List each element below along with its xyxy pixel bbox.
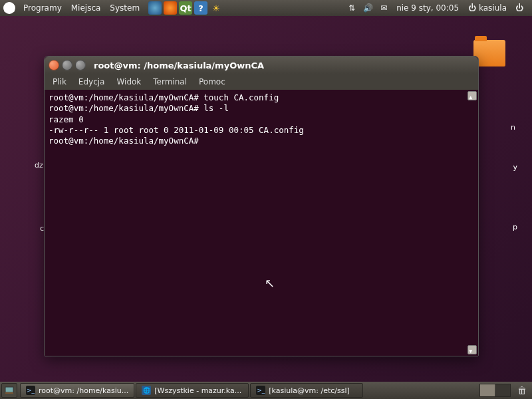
scroll-down-button[interactable]: ▾ (467, 345, 477, 354)
terminal-icon: >_ (26, 386, 35, 395)
terminal-line: root@vm:/home/kasiula/myOwnCA# (49, 136, 203, 146)
bottom-panel: >_ root@vm: /home/kasiu... 🌐 [Wszystkie … (0, 382, 532, 399)
terminal-line: razem 0 (49, 114, 84, 124)
terminal-window: root@vm: /home/kasiula/myOwnCA Plik Edyc… (44, 56, 479, 356)
menu-view[interactable]: Widok (111, 76, 146, 88)
mail-icon[interactable]: ✉ (378, 2, 390, 14)
desktop-label: y (513, 163, 517, 172)
quick-launch: Qt ? ☀ (148, 1, 223, 15)
system-tray: ⇅ 🔊 ✉ nie 9 sty, 00:05 ⏻ kasiula ⏻ (344, 2, 529, 14)
power-icon: ⏻ (468, 3, 476, 13)
taskbar-item-label: [Wszystkie - mazur.ka... (154, 386, 241, 395)
desktop-label: dz (35, 161, 43, 170)
svg-point-2 (4, 9, 7, 12)
network-icon[interactable]: ⇅ (346, 2, 358, 14)
app-icon[interactable] (148, 1, 162, 15)
user-label: kasiula (479, 3, 507, 13)
window-minimize-button[interactable] (62, 60, 72, 70)
firefox-icon[interactable] (164, 1, 177, 15)
svg-rect-4 (5, 387, 13, 392)
desktop-label: p (513, 223, 517, 231)
workspace-2[interactable] (495, 384, 510, 396)
window-title: root@vm: /home/kasiula/myOwnCA (94, 61, 264, 70)
globe-icon: 🌐 (142, 386, 151, 395)
user-menu[interactable]: ⏻ kasiula (464, 3, 511, 13)
terminal-line: root@vm:/home/kasiula/myOwnCA# ls -l (49, 103, 229, 113)
taskbar-item-terminal[interactable]: >_ root@vm: /home/kasiu... (20, 383, 134, 398)
menu-places[interactable]: Miejsca (66, 3, 106, 13)
svg-rect-5 (5, 392, 13, 394)
terminal-line: -rw-r--r-- 1 root root 0 2011-01-09 00:0… (49, 125, 304, 135)
taskbar-item-terminal2[interactable]: >_ [kasiula@vm: /etc/ssl] (250, 383, 363, 398)
menu-file[interactable]: Plik (47, 76, 72, 88)
desktop-label: n (511, 123, 515, 132)
window-close-button[interactable] (49, 60, 59, 70)
qt-icon[interactable]: Qt (179, 1, 192, 15)
taskbar-item-label: root@vm: /home/kasiu... (39, 386, 128, 395)
terminal-line: root@vm:/home/kasiula/myOwnCA# touch CA.… (49, 92, 279, 102)
workspace-1[interactable] (480, 384, 495, 396)
menu-edit[interactable]: Edycja (73, 76, 110, 88)
menu-help[interactable]: Pomoc (194, 76, 231, 88)
menu-terminal[interactable]: Terminal (148, 76, 192, 88)
weather-icon[interactable]: ☀ (209, 1, 223, 15)
terminal-menubar: Plik Edycja Widok Terminal Pomoc (45, 74, 478, 90)
window-maximize-button[interactable] (75, 60, 86, 70)
workspace-switcher[interactable] (479, 384, 511, 397)
clock[interactable]: nie 9 sty, 00:05 (392, 3, 463, 13)
show-desktop-button[interactable] (1, 383, 17, 398)
window-titlebar[interactable]: root@vm: /home/kasiula/myOwnCA (45, 57, 478, 74)
mouse-cursor-icon: ↖ (265, 276, 275, 290)
svg-point-3 (12, 9, 15, 12)
taskbar-item-browser[interactable]: 🌐 [Wszystkie - mazur.ka... (136, 383, 249, 398)
shutdown-icon[interactable]: ⏻ (513, 2, 525, 14)
ubuntu-logo-icon[interactable] (3, 1, 16, 15)
terminal-body[interactable]: root@vm:/home/kasiula/myOwnCA# touch CA.… (45, 90, 478, 356)
help-icon[interactable]: ? (194, 1, 207, 15)
terminal-icon: >_ (256, 386, 265, 395)
menu-programs[interactable]: Programy (19, 3, 66, 13)
menu-system[interactable]: System (105, 3, 144, 13)
trash-icon[interactable]: 🗑 (515, 385, 529, 396)
volume-icon[interactable]: 🔊 (362, 2, 374, 14)
top-panel: Programy Miejsca System Qt ? ☀ ⇅ 🔊 ✉ nie… (0, 0, 532, 16)
taskbar-item-label: [kasiula@vm: /etc/ssl] (269, 386, 350, 395)
scroll-up-button[interactable]: ▴ (467, 91, 477, 100)
svg-point-1 (8, 2, 11, 5)
desktop-icon (5, 386, 14, 394)
